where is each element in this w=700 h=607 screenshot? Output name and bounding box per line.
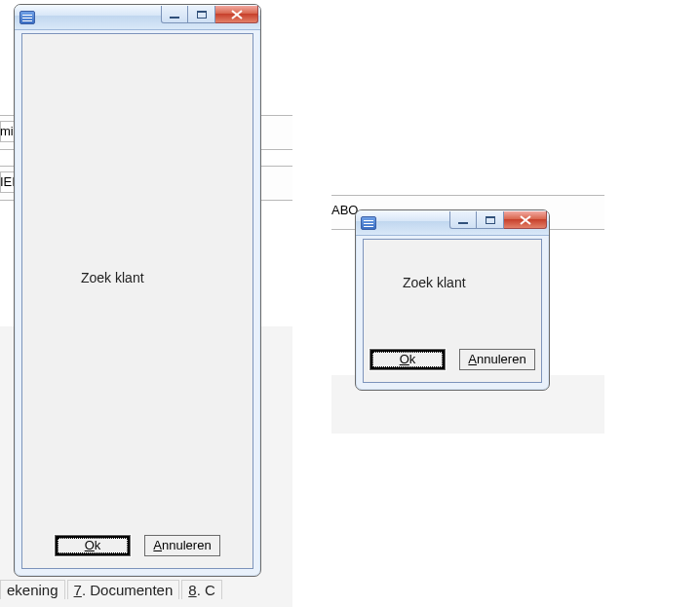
minimize-button[interactable]	[449, 211, 477, 229]
background-truncated-text-1: mi	[0, 124, 14, 138]
background-tab-strip: ekening 7. Documenten 8. C	[0, 580, 222, 599]
titlebar[interactable]	[356, 210, 549, 236]
dialog-client-area: Zoek klant Ok Annuleren	[21, 33, 253, 569]
dialog-message: Zoek klant	[81, 270, 144, 285]
window-controls	[161, 5, 260, 29]
dialog-button-row: Ok Annuleren	[22, 535, 253, 556]
tab-rekening[interactable]: ekening	[0, 580, 65, 599]
close-icon	[231, 10, 243, 19]
dialog-message: Zoek klant	[403, 275, 466, 290]
minimize-button[interactable]	[161, 6, 188, 23]
dialog-zoek-klant-2: Zoek klant Ok Annuleren	[355, 209, 550, 391]
titlebar[interactable]	[15, 5, 260, 30]
dialog-button-row: Ok Annuleren	[364, 349, 541, 370]
tab-documenten[interactable]: 7. Documenten	[67, 580, 180, 599]
window-controls	[449, 210, 549, 235]
maximize-button[interactable]	[477, 211, 504, 229]
cancel-button[interactable]: Annuleren	[459, 349, 535, 370]
ok-button[interactable]: Ok	[369, 349, 446, 370]
ok-button[interactable]: Ok	[55, 535, 131, 556]
tab-next[interactable]: 8. C	[181, 580, 222, 599]
cancel-button[interactable]: Annuleren	[144, 535, 220, 556]
close-button[interactable]	[215, 6, 258, 23]
dialog-zoek-klant-1: Zoek klant Ok Annuleren	[14, 4, 261, 577]
app-icon	[361, 216, 376, 230]
close-icon	[520, 215, 531, 225]
maximize-button[interactable]	[188, 6, 215, 23]
dialog-client-area: Zoek klant Ok Annuleren	[363, 239, 542, 383]
close-button[interactable]	[504, 211, 547, 229]
app-icon	[19, 11, 35, 24]
